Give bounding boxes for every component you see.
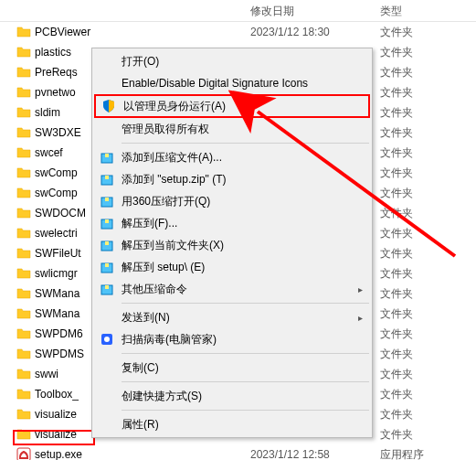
folder-icon bbox=[16, 85, 31, 100]
virus-scan-icon bbox=[100, 332, 114, 347]
ctx-run-as-admin-label: 以管理员身份运行(A) bbox=[123, 99, 226, 114]
folder-icon bbox=[16, 427, 31, 442]
ctx-properties-label: 属性(R) bbox=[122, 417, 159, 433]
folder-icon bbox=[16, 145, 31, 160]
ctx-extract-here[interactable]: 解压到当前文件夹(X) bbox=[94, 234, 370, 256]
file-row[interactable]: setup.exe2023/1/12 12:58应用程序 bbox=[0, 444, 476, 460]
file-date: 2023/1/12 18:30 bbox=[250, 26, 380, 38]
folder-icon bbox=[16, 367, 31, 381]
archive-icon bbox=[100, 282, 114, 296]
separator bbox=[122, 353, 369, 354]
file-type: 文件夹 bbox=[380, 326, 476, 342]
file-type: 应用程序 bbox=[380, 447, 476, 461]
file-type: 文件夹 bbox=[380, 427, 476, 443]
file-type: 文件夹 bbox=[380, 65, 476, 80]
file-name: setup.exe bbox=[35, 448, 250, 460]
ctx-add-zip-label: 添加到 "setup.zip" (T) bbox=[122, 172, 227, 187]
ctx-create-shortcut[interactable]: 创建快捷方式(S) bbox=[94, 385, 370, 407]
file-name: PCBViewer bbox=[35, 26, 250, 38]
folder-icon bbox=[16, 347, 31, 361]
file-type: 文件夹 bbox=[380, 145, 476, 161]
context-menu: 打开(O) Enable/Disable Digital Signature I… bbox=[91, 48, 373, 438]
file-type: 文件夹 bbox=[380, 45, 476, 60]
file-type: 文件夹 bbox=[380, 266, 476, 282]
ctx-extract-here-label: 解压到当前文件夹(X) bbox=[122, 238, 224, 253]
file-type: 文件夹 bbox=[380, 105, 476, 121]
ctx-scan-virus[interactable]: 扫描病毒(电脑管家) bbox=[94, 328, 370, 350]
separator bbox=[122, 410, 369, 411]
folder-icon bbox=[16, 266, 31, 281]
file-type: 文件夹 bbox=[380, 226, 476, 241]
folder-icon bbox=[16, 45, 31, 59]
file-type: 文件夹 bbox=[380, 246, 476, 262]
file-type: 文件夹 bbox=[380, 85, 476, 101]
ctx-extract-setup[interactable]: 解压到 setup\ (E) bbox=[94, 256, 370, 278]
file-type: 文件夹 bbox=[380, 186, 476, 201]
ctx-other-compress-label: 其他压缩命令 bbox=[122, 282, 187, 297]
archive-icon bbox=[100, 172, 114, 187]
svg-rect-13 bbox=[105, 263, 109, 267]
folder-icon bbox=[16, 65, 31, 80]
archive-icon bbox=[100, 238, 114, 252]
ctx-extract-to[interactable]: 解压到(F)... bbox=[94, 212, 370, 234]
ctx-copy-label: 复制(C) bbox=[122, 360, 159, 376]
folder-icon bbox=[16, 25, 31, 39]
file-type: 文件夹 bbox=[380, 367, 476, 382]
folder-icon bbox=[16, 387, 31, 401]
folder-icon bbox=[16, 105, 31, 120]
svg-point-17 bbox=[104, 337, 110, 342]
ctx-add-archive[interactable]: 添加到压缩文件(A)... bbox=[94, 146, 370, 168]
folder-icon bbox=[16, 326, 31, 341]
svg-rect-5 bbox=[105, 176, 109, 179]
ctx-compress-360-label: 用360压缩打开(Q) bbox=[122, 194, 210, 209]
svg-rect-11 bbox=[105, 241, 109, 245]
file-type: 文件夹 bbox=[380, 125, 476, 141]
col-date-header[interactable]: 修改日期 bbox=[250, 0, 380, 21]
ctx-digital-sig-label: Enable/Disable Digital Signature Icons bbox=[122, 77, 308, 90]
ctx-extract-to-label: 解压到(F)... bbox=[122, 216, 177, 231]
file-row[interactable]: PCBViewer2023/1/12 18:30文件夹 bbox=[0, 22, 476, 42]
folder-icon bbox=[16, 286, 31, 301]
file-type: 文件夹 bbox=[380, 387, 476, 402]
file-date: 2023/1/12 12:58 bbox=[250, 448, 380, 460]
file-type: 文件夹 bbox=[380, 25, 476, 40]
archive-icon bbox=[100, 194, 114, 209]
ctx-digital-sig[interactable]: Enable/Disable Digital Signature Icons bbox=[94, 72, 370, 94]
folder-icon bbox=[16, 226, 31, 241]
ctx-compress-360[interactable]: 用360压缩打开(Q) bbox=[94, 190, 370, 212]
ctx-add-archive-label: 添加到压缩文件(A)... bbox=[122, 150, 222, 166]
file-list-header: 修改日期 类型 bbox=[0, 0, 476, 22]
ctx-add-zip[interactable]: 添加到 "setup.zip" (T) bbox=[94, 168, 370, 190]
separator bbox=[122, 303, 369, 304]
ctx-scan-virus-label: 扫描病毒(电脑管家) bbox=[122, 332, 217, 348]
file-type: 文件夹 bbox=[380, 206, 476, 221]
folder-icon bbox=[16, 306, 31, 321]
exe-icon bbox=[16, 447, 31, 460]
ctx-open-label: 打开(O) bbox=[122, 54, 159, 70]
svg-rect-7 bbox=[105, 198, 109, 201]
archive-icon bbox=[100, 260, 114, 274]
ctx-copy[interactable]: 复制(C) bbox=[94, 357, 370, 379]
col-type-header[interactable]: 类型 bbox=[380, 0, 476, 21]
ctx-send-to-label: 发送到(N) bbox=[122, 310, 170, 326]
archive-icon bbox=[100, 216, 114, 230]
folder-icon bbox=[16, 125, 31, 140]
file-type: 文件夹 bbox=[380, 286, 476, 302]
ctx-open[interactable]: 打开(O) bbox=[94, 50, 370, 72]
ctx-properties[interactable]: 属性(R) bbox=[94, 413, 370, 435]
ctx-admin-ownership[interactable]: 管理员取得所有权 bbox=[94, 118, 370, 140]
col-name-header[interactable] bbox=[0, 0, 250, 21]
ctx-other-compress[interactable]: 其他压缩命令 bbox=[94, 278, 370, 300]
folder-icon bbox=[16, 246, 31, 261]
folder-icon bbox=[16, 186, 31, 200]
file-type: 文件夹 bbox=[380, 407, 476, 423]
ctx-run-as-admin[interactable]: 以管理员身份运行(A) bbox=[94, 94, 370, 118]
ctx-send-to[interactable]: 发送到(N) bbox=[94, 306, 370, 328]
svg-rect-3 bbox=[105, 154, 109, 157]
folder-icon bbox=[16, 407, 31, 422]
separator bbox=[122, 143, 369, 144]
shield-icon bbox=[101, 99, 116, 113]
ctx-admin-ownership-label: 管理员取得所有权 bbox=[122, 122, 209, 137]
file-type: 文件夹 bbox=[380, 347, 476, 362]
svg-rect-9 bbox=[105, 219, 109, 223]
